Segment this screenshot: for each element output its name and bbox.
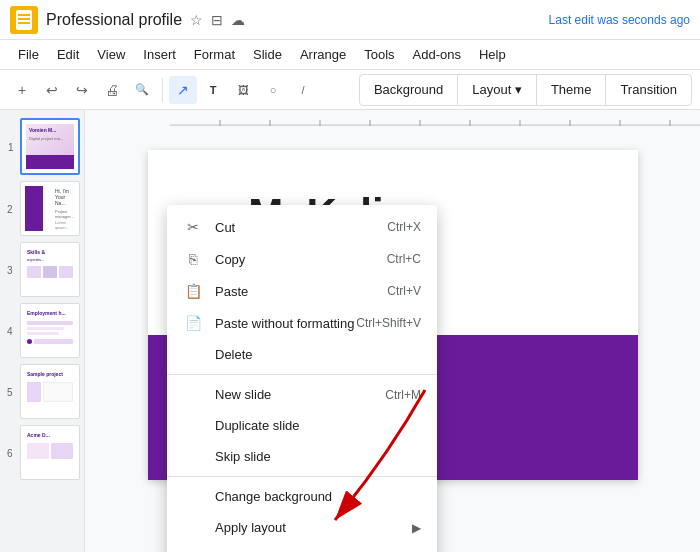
app-icon: [10, 6, 38, 34]
ctx-cut[interactable]: ✂ Cut Ctrl+X: [167, 211, 437, 243]
slide-num-1: 1: [8, 141, 14, 152]
ctx-skip-label: Skip slide: [215, 449, 421, 464]
slide-panel: 1 Vomien M... Digital project ma... 2 Hi…: [0, 110, 85, 552]
right-toolbar: Background Layout ▾ Theme Transition: [360, 74, 692, 106]
ctx-paste-label: Paste: [215, 284, 387, 299]
context-menu: ✂ Cut Ctrl+X ⎘ Copy Ctrl+C 📋 Paste Ctrl+…: [167, 205, 437, 552]
shape-btn[interactable]: ○: [259, 76, 287, 104]
ruler-horizontal: [170, 110, 700, 126]
transition-button[interactable]: Transition: [605, 74, 692, 106]
toolbar: + ↩ ↪ 🖨 🔍 ↗ T 🖼 ○ / Background Layout ▾ …: [0, 70, 700, 110]
ctx-duplicate-slide[interactable]: Duplicate slide: [167, 410, 437, 441]
menu-insert[interactable]: Insert: [135, 43, 184, 66]
select-btn[interactable]: ↗: [169, 76, 197, 104]
ctx-skip-slide[interactable]: Skip slide: [167, 441, 437, 472]
ctx-paste-noformat-shortcut: Ctrl+Shift+V: [356, 316, 421, 330]
ctx-new-slide[interactable]: New slide Ctrl+M: [167, 379, 437, 410]
ctx-change-bg-label: Change background: [215, 489, 421, 504]
slide-canvas: en McKalin ect manager ✂ Cut Ctrl+X ⎘ Co…: [85, 110, 700, 552]
star-icon[interactable]: ☆: [190, 12, 203, 28]
menu-format[interactable]: Format: [186, 43, 243, 66]
sep-1: [162, 78, 163, 102]
menu-file[interactable]: File: [10, 43, 47, 66]
layout-button[interactable]: Layout ▾: [457, 74, 537, 106]
menu-arrange[interactable]: Arrange: [292, 43, 354, 66]
slide-num-4: 4: [7, 325, 13, 336]
menu-view[interactable]: View: [89, 43, 133, 66]
ctx-sep-1: [167, 374, 437, 375]
ctx-copy[interactable]: ⎘ Copy Ctrl+C: [167, 243, 437, 275]
ctx-change-theme[interactable]: Change theme: [167, 543, 437, 552]
title-icons: ☆ ⊟ ☁: [190, 12, 245, 28]
ctx-sep-2: [167, 476, 437, 477]
zoom-btn[interactable]: 🔍: [128, 76, 156, 104]
title-bar: Professional profile ☆ ⊟ ☁ Last edit was…: [0, 0, 700, 40]
folder-icon[interactable]: ⊟: [211, 12, 223, 28]
menu-edit[interactable]: Edit: [49, 43, 87, 66]
ctx-new-slide-label: New slide: [215, 387, 385, 402]
slide-num-5: 5: [7, 386, 13, 397]
ctx-apply-layout-label: Apply layout: [215, 520, 412, 535]
menu-addons[interactable]: Add-ons: [405, 43, 469, 66]
slide-thumb-6[interactable]: 6 Acme D...: [20, 425, 80, 480]
slide-num-3: 3: [7, 264, 13, 275]
toolbar-left: + ↩ ↪ 🖨 🔍 ↗ T 🖼 ○ /: [8, 76, 317, 104]
menu-tools[interactable]: Tools: [356, 43, 402, 66]
ctx-copy-shortcut: Ctrl+C: [387, 252, 421, 266]
apply-layout-arrow: ▶: [412, 521, 421, 535]
cloud-icon[interactable]: ☁: [231, 12, 245, 28]
line-btn[interactable]: /: [289, 76, 317, 104]
ctx-cut-label: Cut: [215, 220, 387, 235]
paste-noformat-icon: 📄: [183, 315, 203, 331]
redo-btn[interactable]: ↪: [68, 76, 96, 104]
ctx-paste[interactable]: 📋 Paste Ctrl+V: [167, 275, 437, 307]
slide-thumb-2[interactable]: 2 Hi, I'm Your Na... Project manager... …: [20, 181, 80, 236]
print-btn[interactable]: 🖨: [98, 76, 126, 104]
undo-btn[interactable]: ↩: [38, 76, 66, 104]
add-slide-btn[interactable]: +: [8, 76, 36, 104]
app-title: Professional profile: [46, 11, 182, 29]
copy-icon: ⎘: [183, 251, 203, 267]
ctx-delete[interactable]: Delete: [167, 339, 437, 370]
image-btn[interactable]: 🖼: [229, 76, 257, 104]
ctx-apply-layout[interactable]: Apply layout ▶: [167, 512, 437, 543]
ctx-copy-label: Copy: [215, 252, 387, 267]
theme-button[interactable]: Theme: [536, 74, 606, 106]
ctx-delete-label: Delete: [215, 347, 421, 362]
slide-num-2: 2: [7, 203, 13, 214]
slide-thumb-1[interactable]: 1 Vomien M... Digital project ma...: [20, 118, 80, 175]
paste-icon: 📋: [183, 283, 203, 299]
slide-num-6: 6: [7, 447, 13, 458]
cut-icon: ✂: [183, 219, 203, 235]
menu-slide[interactable]: Slide: [245, 43, 290, 66]
last-edit-link[interactable]: Last edit was seconds ago: [549, 13, 690, 27]
background-button[interactable]: Background: [359, 74, 458, 106]
menu-bar: File Edit View Insert Format Slide Arran…: [0, 40, 700, 70]
slide-thumb-3[interactable]: 3 Skills & expertis...: [20, 242, 80, 297]
ctx-paste-noformat-label: Paste without formatting: [215, 316, 356, 331]
text-btn[interactable]: T: [199, 76, 227, 104]
ctx-cut-shortcut: Ctrl+X: [387, 220, 421, 234]
ctx-change-bg[interactable]: Change background: [167, 481, 437, 512]
ctx-paste-no-format[interactable]: 📄 Paste without formatting Ctrl+Shift+V: [167, 307, 437, 339]
ctx-new-slide-shortcut: Ctrl+M: [385, 388, 421, 402]
menu-help[interactable]: Help: [471, 43, 514, 66]
slide-thumb-5[interactable]: 5 Sample project: [20, 364, 80, 419]
slide-thumb-4[interactable]: 4 Employment h...: [20, 303, 80, 358]
main-area: 1 Vomien M... Digital project ma... 2 Hi…: [0, 110, 700, 552]
ctx-paste-shortcut: Ctrl+V: [387, 284, 421, 298]
ctx-duplicate-label: Duplicate slide: [215, 418, 421, 433]
